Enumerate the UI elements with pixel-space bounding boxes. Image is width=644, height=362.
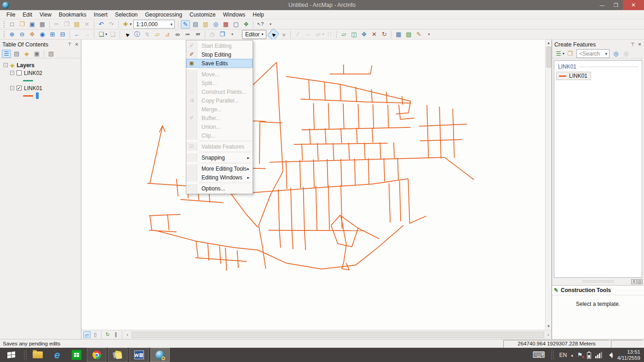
- start-button[interactable]: [0, 348, 22, 362]
- map-canvas[interactable]: [81, 40, 545, 330]
- cf-pin-icon[interactable]: ⊤: [631, 42, 635, 47]
- menu-item-stop-editing[interactable]: ✐Stop Editing: [186, 50, 253, 59]
- editor-toolbar-toggle-button[interactable]: ✎: [181, 20, 190, 29]
- line-symbol-swatch[interactable]: [23, 80, 33, 81]
- clock[interactable]: 13:51 4/11/2559: [617, 349, 640, 361]
- volume-icon[interactable]: ): [606, 352, 613, 358]
- feature-template-link01[interactable]: LINK01: [556, 72, 591, 80]
- undo-button[interactable]: ↶: [97, 20, 106, 29]
- minimize-button[interactable]: —: [595, 0, 609, 10]
- html-popup-tool[interactable]: ▱: [153, 30, 162, 39]
- whats-this-help-button[interactable]: ↖?: [256, 20, 265, 29]
- python-window-button[interactable]: ▢: [231, 20, 241, 29]
- scroll-down-icon[interactable]: ▼: [546, 323, 552, 330]
- full-extent-button[interactable]: ◉: [38, 30, 47, 39]
- scroll-up-icon[interactable]: ▲: [546, 40, 552, 46]
- menu-view[interactable]: View: [36, 10, 55, 19]
- toc-pin-icon[interactable]: ⊤: [68, 42, 72, 47]
- expander-icon[interactable]: −: [4, 63, 8, 67]
- windows-store-button[interactable]: [67, 348, 86, 362]
- expander-icon[interactable]: −: [10, 71, 14, 75]
- select-elements-tool[interactable]: ▲: [121, 28, 133, 40]
- internet-explorer-button[interactable]: e: [47, 348, 67, 362]
- zoom-out-tool[interactable]: ⊖: [17, 30, 27, 39]
- sketch-properties-button[interactable]: ▨: [404, 30, 413, 39]
- menu-help[interactable]: Help: [249, 10, 268, 19]
- menu-insert[interactable]: Insert: [90, 10, 111, 19]
- toc-list-by-selection-button[interactable]: ▣: [32, 50, 41, 58]
- toc-options-button[interactable]: ▤: [46, 50, 56, 58]
- close-button[interactable]: ✕: [623, 0, 644, 10]
- toc-root-layers[interactable]: −◈Layers: [4, 61, 81, 69]
- data-view-button[interactable]: ▱: [83, 331, 91, 338]
- scroll-left-icon[interactable]: ‹: [124, 332, 131, 337]
- create-features-window-button[interactable]: ✎: [414, 30, 423, 39]
- zoom-in-tool[interactable]: ⊕: [7, 30, 17, 39]
- search-window-button[interactable]: ◎: [211, 20, 220, 29]
- table-of-contents-window-button[interactable]: ▤: [191, 20, 200, 29]
- menu-selection[interactable]: Selection: [111, 10, 141, 19]
- identify-tool[interactable]: ⓘ: [132, 30, 142, 39]
- fixed-zoom-in-button[interactable]: ⊞: [48, 30, 57, 39]
- open-document-button[interactable]: ❐: [17, 20, 27, 29]
- add-data-button[interactable]: ✚: [121, 20, 130, 29]
- find-route-button[interactable]: ➦: [183, 30, 192, 39]
- menu-item-save-edits[interactable]: ▣Save Edits: [186, 59, 253, 68]
- arcmap-taskbar-button[interactable]: [150, 348, 170, 362]
- save-button[interactable]: ▣: [28, 20, 37, 29]
- splitter-expand-button[interactable]: ⇕: [631, 279, 637, 284]
- toc-close-icon[interactable]: ✕: [75, 42, 79, 47]
- line-symbol-swatch[interactable]: [23, 95, 33, 97]
- add-data-button-caret-icon[interactable]: ▾: [130, 22, 132, 26]
- toc-list-by-visibility-button[interactable]: ◈: [22, 50, 31, 58]
- paste-button[interactable]: ▤: [72, 20, 81, 29]
- cf-templates-filter-button[interactable]: ☰: [554, 50, 563, 58]
- toc-layer-link01[interactable]: −✓LINK01: [4, 84, 81, 92]
- cf-search-combobox[interactable]: <Search▾: [576, 49, 610, 58]
- refresh-view-button[interactable]: ↻: [104, 331, 111, 338]
- cut-polygons-tool[interactable]: ✕: [369, 30, 379, 39]
- menu-windows[interactable]: Windows: [219, 10, 249, 19]
- menu-edit[interactable]: Edit: [19, 10, 36, 19]
- move-tool[interactable]: ✥: [359, 30, 368, 39]
- battery-icon[interactable]: [587, 352, 591, 359]
- measure-tool[interactable]: ⊿: [163, 30, 172, 39]
- toolbar-options-button[interactable]: ▾: [228, 30, 237, 39]
- vertical-scroll-thumb[interactable]: [546, 46, 551, 68]
- find-button[interactable]: ∞: [173, 30, 182, 39]
- notes-app-button[interactable]: [108, 348, 127, 362]
- touch-keyboard-icon[interactable]: ⌨: [532, 351, 545, 360]
- go-back-extent-button[interactable]: ←: [72, 30, 81, 39]
- layer-name-label[interactable]: LINK02: [24, 70, 42, 76]
- layer-visibility-checkbox[interactable]: [17, 70, 22, 75]
- language-indicator[interactable]: EN: [559, 352, 567, 358]
- menu-customize[interactable]: Customize: [186, 10, 219, 19]
- toc-list-by-source-button[interactable]: ▤: [12, 50, 21, 58]
- cf-close-icon[interactable]: ✕: [638, 42, 642, 47]
- horizontal-scroll-track[interactable]: [132, 332, 544, 338]
- fixed-zoom-out-button[interactable]: ⊟: [58, 30, 67, 39]
- map-scale-combobox[interactable]: 1:10,000▾: [133, 20, 175, 29]
- menu-item-more-editing-tools[interactable]: More Editing Tools▸: [186, 164, 253, 173]
- layer-visibility-checkbox[interactable]: ✓: [17, 86, 22, 91]
- pan-tool[interactable]: ✥: [28, 30, 37, 39]
- menu-item-snapping[interactable]: Snapping▸: [186, 153, 253, 162]
- reshape-feature-tool[interactable]: ▱: [339, 30, 348, 39]
- select-features-tool[interactable]: ❏: [97, 30, 106, 39]
- split-tool[interactable]: ◫: [349, 30, 358, 39]
- cf-splitter[interactable]: ⇕ ◫: [552, 278, 644, 285]
- menu-file[interactable]: File: [3, 10, 19, 19]
- pause-drawing-button[interactable]: ∥: [112, 331, 120, 338]
- dropdown-caret-icon[interactable]: ▾: [168, 22, 174, 27]
- template-group-header[interactable]: LINK01: [554, 61, 642, 71]
- toolbar-options-button[interactable]: ▾: [424, 30, 433, 39]
- editor-menu-button[interactable]: Editor ▾: [242, 30, 266, 39]
- new-document-button[interactable]: □: [7, 20, 17, 29]
- layer-name-label[interactable]: LINK01: [24, 85, 42, 92]
- expander-icon[interactable]: −: [10, 86, 14, 90]
- map-vertical-scrollbar[interactable]: ▲ ▼: [545, 40, 552, 330]
- scroll-right-icon[interactable]: ›: [545, 332, 552, 337]
- chrome-button[interactable]: [87, 348, 106, 362]
- rotate-tool[interactable]: ↻: [380, 30, 389, 39]
- print-button[interactable]: ▦: [38, 20, 47, 29]
